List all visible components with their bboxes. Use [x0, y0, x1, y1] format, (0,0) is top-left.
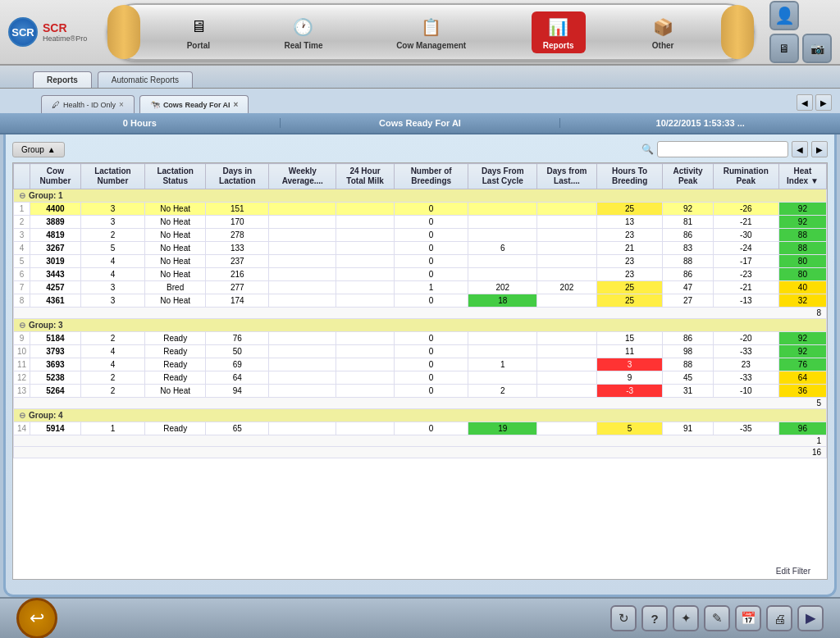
group-footer-row: 16 [14, 447, 827, 458]
days-in-lactation-cell: 277 [206, 281, 269, 294]
table-row[interactable]: 238893No Heat17001381-2192 [14, 216, 827, 229]
cow-number-cell: 5914 [30, 422, 81, 435]
days-from-last-cell [537, 345, 597, 358]
col-header-rumination-peak[interactable]: Rumination Peak [713, 164, 778, 189]
logo-icon: SCR [8, 17, 38, 47]
rumination-peak-cell: -30 [713, 229, 778, 242]
tab-health-id-close[interactable]: × [119, 100, 124, 109]
print-button[interactable]: 🖨 [766, 605, 792, 631]
rumination-peak-cell: -21 [713, 216, 778, 229]
search-prev-button[interactable]: ◀ [792, 141, 808, 157]
export-button[interactable]: ▶ [797, 605, 824, 631]
col-header-row-num[interactable] [14, 164, 30, 189]
search-input[interactable] [657, 141, 788, 157]
table-row[interactable]: 1352642No Heat9402-331-1036 [14, 385, 827, 398]
other-icon: 📦 [651, 15, 675, 39]
help-button[interactable]: ? [641, 605, 668, 631]
logo-text: SCR Heatime®Pro [43, 21, 87, 43]
cow-number-cell: 5184 [30, 332, 81, 345]
col-header-hours-to-breeding[interactable]: Hours To Breeding [596, 164, 663, 189]
col-header-num-breedings[interactable]: Number of Breedings [394, 164, 468, 189]
lactation-number-cell: 3 [80, 203, 145, 216]
table-row[interactable]: 1136934Ready69013882376 [14, 358, 827, 371]
back-button[interactable]: ↩ [16, 598, 57, 638]
row-num-cell: 4 [14, 242, 30, 255]
table-row[interactable]: 951842Ready7601586-2092 [14, 332, 827, 345]
nav-portal[interactable]: 🖥 Portal [178, 11, 219, 53]
col-header-lactation-status[interactable]: Lactation Status [145, 164, 206, 189]
camera-button[interactable]: 📷 [802, 34, 832, 63]
nav-cow-management[interactable]: 📋 Cow Management [388, 11, 474, 53]
activity-peak-cell: 86 [663, 268, 713, 281]
table-row[interactable]: 1252382Ready640945-3364 [14, 371, 827, 385]
nav-cylinder: 🖥 Portal 🕐 Real Time 📋 Cow Management 📊 … [107, 3, 755, 61]
tab-scroll-right[interactable]: ▶ [815, 94, 832, 111]
table-row[interactable]: 348192No Heat27802386-3088 [14, 229, 827, 242]
num-breedings-cell: 0 [394, 422, 468, 435]
num-breedings-cell: 0 [394, 242, 468, 255]
table-row[interactable]: 1459141Ready65019591-3596 [14, 422, 827, 435]
col-header-lactation-number[interactable]: Lactation Number [80, 164, 145, 189]
col-header-heat-index[interactable]: Heat Index ▼ [778, 164, 826, 189]
col-header-days-in-lactation[interactable]: Days in Lactation [206, 164, 269, 189]
activity-peak-cell: 88 [663, 358, 713, 371]
edit-button[interactable]: ✎ [704, 605, 730, 631]
search-next-button[interactable]: ▶ [811, 141, 828, 157]
days-in-lactation-cell: 133 [206, 242, 269, 255]
group-button[interactable]: Group ▲ [12, 142, 65, 157]
nav-realtime-label: Real Time [284, 41, 322, 50]
sub-tab-reports[interactable]: Reports [33, 71, 92, 88]
group-footer-row: 8 [14, 308, 827, 319]
nav-realtime[interactable]: 🕐 Real Time [276, 11, 331, 53]
days-from-last-cell [537, 255, 597, 268]
tab-scroll-left[interactable]: ◀ [797, 94, 813, 111]
tab-cows-ready-ai[interactable]: 🐄 Cows Ready For AI × [139, 95, 249, 113]
table-row[interactable]: 432675No Heat133062183-2488 [14, 242, 827, 255]
table-row[interactable]: 1037934Ready5001198-3392 [14, 345, 827, 358]
24hour-milk-cell [336, 268, 395, 281]
col-header-days-from-cycle[interactable]: Days From Last Cycle [468, 164, 537, 189]
days-from-last-cell [537, 229, 597, 242]
24hour-milk-cell [336, 358, 395, 371]
table-row[interactable]: 742573Bred27712022022547-2140 [14, 281, 827, 294]
col-header-activity-peak[interactable]: Activity Peak [663, 164, 713, 189]
days-from-cycle-cell [468, 255, 537, 268]
lactation-status-cell: No Heat [145, 385, 206, 398]
user-profile-button[interactable]: 👤 [769, 1, 799, 30]
edit-filter-label[interactable]: Edit Filter [771, 565, 815, 577]
days-in-lactation-cell: 170 [206, 216, 269, 229]
col-header-24hour-milk[interactable]: 24 Hour Total Milk [336, 164, 395, 189]
row-num-cell: 13 [14, 385, 30, 398]
tab-health-id[interactable]: 🖊 Health - ID Only × [41, 95, 135, 113]
hours-to-breeding-cell: 23 [596, 229, 663, 242]
col-header-days-from-last[interactable]: Days from Last.... [537, 164, 597, 189]
lactation-number-cell: 3 [80, 281, 145, 294]
table-row[interactable]: 144003No Heat15102592-2692 [14, 203, 827, 216]
lactation-status-cell: No Heat [145, 203, 206, 216]
table-row[interactable]: 843613No Heat1740182527-1332 [14, 294, 827, 308]
lactation-status-cell: No Heat [145, 268, 206, 281]
data-table-container: Cow Number Lactation Number Lactation St… [12, 162, 828, 580]
table-row[interactable]: 530194No Heat23702388-1780 [14, 255, 827, 268]
days-in-lactation-cell: 50 [206, 345, 269, 358]
cow-number-cell: 3793 [30, 345, 81, 358]
24hour-milk-cell [336, 332, 395, 345]
nav-reports[interactable]: 📊 Reports [532, 11, 586, 53]
calendar-button[interactable]: 📅 [735, 605, 761, 631]
refresh-button[interactable]: ↻ [610, 605, 637, 631]
heat-index-cell: 92 [778, 332, 826, 345]
tab-cows-ready-ai-close[interactable]: × [234, 100, 239, 109]
lactation-number-cell: 5 [80, 242, 145, 255]
cow-number-cell: 5264 [30, 385, 81, 398]
nav-other[interactable]: 📦 Other [642, 11, 683, 53]
sub-tab-automatic-reports[interactable]: Automatic Reports [98, 71, 193, 88]
add-button[interactable]: ✦ [673, 605, 699, 631]
days-from-last-cell [537, 203, 597, 216]
days-from-cycle-cell [468, 203, 537, 216]
data-table: Cow Number Lactation Number Lactation St… [13, 163, 827, 458]
monitor-button[interactable]: 🖥 [769, 34, 799, 63]
col-header-weekly-average[interactable]: Weekly Average.... [269, 164, 336, 189]
col-header-cow-number[interactable]: Cow Number [30, 164, 81, 189]
table-row[interactable]: 634434No Heat21602386-2380 [14, 268, 827, 281]
cow-number-cell: 3443 [30, 268, 81, 281]
